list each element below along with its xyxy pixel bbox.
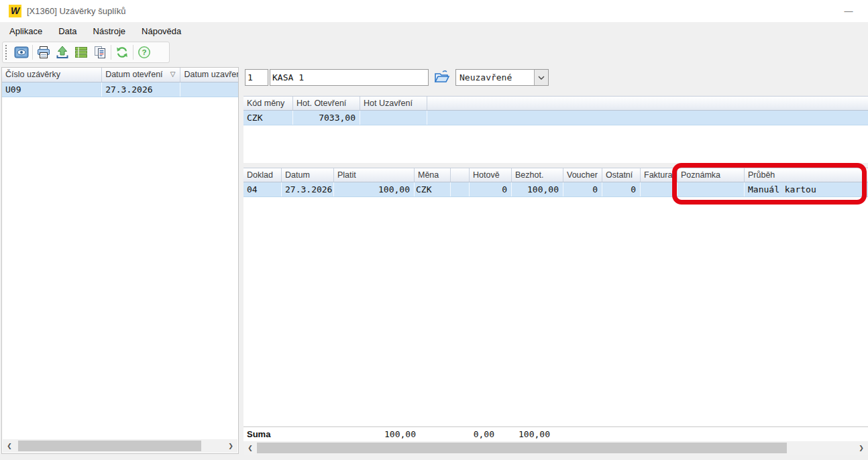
suma-label: Suma bbox=[247, 429, 270, 439]
refresh-icon bbox=[115, 46, 129, 59]
window-title: [X1360] Uzávěrky šuplíků bbox=[27, 6, 125, 16]
col-header-cislo-uzaverky[interactable]: Číslo uzávěrky bbox=[2, 68, 102, 82]
col-header-hot-otevreni[interactable]: Hot. Otevření bbox=[293, 97, 360, 110]
menu-bar: Aplikace Data Nástroje Nápověda bbox=[0, 22, 868, 40]
cell-bezhot: 100,00 bbox=[512, 182, 563, 196]
print-button[interactable] bbox=[34, 44, 53, 61]
col-header-datum-uzavreni[interactable]: Datum uzavření bbox=[180, 68, 238, 82]
svg-text:?: ? bbox=[142, 48, 146, 56]
cell-faktura bbox=[641, 182, 677, 196]
col-header-datum[interactable]: Datum bbox=[282, 168, 334, 182]
scrollbar-track[interactable] bbox=[257, 441, 855, 455]
scrollbar-thumb[interactable] bbox=[257, 443, 787, 453]
document-row-selected[interactable]: 04 27.3.2026 100,00 CZK 0 100,00 0 0 Man… bbox=[243, 182, 868, 197]
col-header-bezhot[interactable]: Bezhot. bbox=[512, 168, 563, 182]
col-header-poznamka[interactable]: Poznámka bbox=[677, 168, 745, 182]
cell-poznamka bbox=[677, 182, 745, 196]
currency-grid: Kód měny Hot. Otevření Hot Uzavření CZK … bbox=[243, 96, 868, 163]
col-header-hotove[interactable]: Hotově bbox=[470, 168, 512, 182]
scroll-right-icon[interactable]: ❯ bbox=[224, 439, 237, 453]
suma-hotove: 0,00 bbox=[445, 429, 494, 439]
cell-empty bbox=[427, 111, 868, 125]
documents-grid-header: Doklad Datum Platit Měna Hotově Bezhot. … bbox=[243, 168, 868, 182]
scrollbar-thumb[interactable] bbox=[18, 441, 201, 451]
menu-item-data[interactable]: Data bbox=[50, 22, 85, 40]
register-name-input[interactable] bbox=[270, 69, 429, 86]
toolbar-separator bbox=[111, 45, 111, 60]
col-header-prubeh[interactable]: Průběh bbox=[745, 168, 868, 182]
currency-row-selected[interactable]: CZK 7033,00 bbox=[243, 111, 868, 125]
cell-mena: CZK bbox=[415, 182, 451, 196]
col-header-voucher[interactable]: Voucher bbox=[563, 168, 602, 182]
scroll-left-icon[interactable]: ❮ bbox=[243, 441, 257, 455]
printer-icon bbox=[37, 46, 50, 59]
cell-prubeh: Manuál kartou bbox=[745, 182, 868, 196]
toolbar-separator bbox=[133, 45, 133, 60]
cell-datum: 27.3.2026 bbox=[282, 182, 334, 196]
col-header-datum-otevreni[interactable]: Datum otevření ▽ bbox=[102, 68, 180, 82]
cell-spacer bbox=[451, 182, 470, 196]
toolbar-separator bbox=[32, 45, 33, 60]
col-header-platit[interactable]: Platit bbox=[334, 168, 415, 182]
cell-hotove: 0 bbox=[470, 182, 512, 196]
export-up-arrow-icon bbox=[56, 46, 69, 59]
cell-platit: 100,00 bbox=[334, 182, 415, 196]
menu-item-aplikace[interactable]: Aplikace bbox=[1, 22, 50, 40]
menu-item-nastroje[interactable]: Nástroje bbox=[85, 22, 133, 40]
list-rows-icon bbox=[74, 46, 88, 59]
sort-indicator-icon: ▽ bbox=[170, 70, 176, 78]
col-header-kod-meny[interactable]: Kód měny bbox=[243, 97, 293, 110]
copy-button[interactable] bbox=[91, 44, 109, 61]
register-number-input[interactable] bbox=[245, 69, 268, 86]
title-bar: W [X1360] Uzávěrky šuplíků — bbox=[0, 0, 868, 22]
cell-kod-meny: CZK bbox=[243, 111, 293, 125]
scroll-left-icon[interactable]: ❮ bbox=[3, 439, 16, 453]
suma-platit: 100,00 bbox=[334, 429, 416, 439]
col-header-ostatni[interactable]: Ostatní bbox=[602, 168, 641, 182]
toolbar-drag-handle[interactable] bbox=[5, 45, 8, 60]
cell-doklad: 04 bbox=[243, 182, 282, 196]
app-logo-icon: W bbox=[9, 5, 21, 17]
right-horizontal-scrollbar[interactable]: ❮ ❯ bbox=[243, 441, 868, 455]
open-folder-icon bbox=[433, 70, 451, 84]
left-horizontal-scrollbar[interactable]: ❮ ❯ bbox=[3, 439, 237, 453]
dropdown-button[interactable] bbox=[534, 70, 548, 85]
toolbar: ? bbox=[2, 42, 170, 63]
cell-datum-otevreni: 27.3.2026 bbox=[102, 82, 180, 97]
suma-row: Suma 100,00 0,00 100,00 bbox=[243, 426, 868, 441]
col-header-mena[interactable]: Měna bbox=[415, 168, 451, 182]
cell-hot-uzavreni bbox=[360, 111, 427, 125]
preview-button[interactable] bbox=[12, 44, 31, 61]
copy-document-icon bbox=[93, 46, 107, 59]
preview-icon bbox=[14, 46, 29, 59]
open-register-button[interactable] bbox=[433, 68, 451, 86]
currency-grid-header: Kód měny Hot. Otevření Hot Uzavření bbox=[243, 96, 868, 111]
cell-datum-uzavreni bbox=[180, 82, 238, 97]
col-header-label: Datum otevření bbox=[105, 70, 162, 79]
closure-row-selected[interactable]: U09 27.3.2026 bbox=[2, 82, 238, 97]
scrollbar-track[interactable] bbox=[16, 439, 224, 453]
chevron-down-icon bbox=[538, 76, 545, 80]
col-header-faktura[interactable]: Faktura bbox=[641, 168, 677, 182]
cell-ostatni: 0 bbox=[602, 182, 641, 196]
col-header-spacer bbox=[451, 168, 470, 182]
help-icon: ? bbox=[138, 46, 151, 59]
col-header-hot-uzavreni[interactable]: Hot Uzavření bbox=[360, 97, 427, 110]
refresh-button[interactable] bbox=[113, 44, 131, 61]
cell-cislo: U09 bbox=[2, 82, 102, 97]
status-filter-dropdown[interactable]: Neuzavřené bbox=[455, 69, 549, 86]
minimize-button[interactable]: — bbox=[838, 4, 859, 19]
scroll-right-icon[interactable]: ❯ bbox=[855, 441, 868, 455]
suma-bezhot: 100,00 bbox=[512, 429, 550, 439]
menu-item-napoveda[interactable]: Nápověda bbox=[133, 22, 189, 40]
cell-voucher: 0 bbox=[563, 182, 602, 196]
cell-hot-otevreni: 7033,00 bbox=[293, 111, 360, 125]
help-button[interactable]: ? bbox=[135, 44, 154, 61]
status-filter-value: Neuzavřené bbox=[456, 70, 534, 85]
closures-grid: Číslo uzávěrky Datum otevření ▽ Datum uz… bbox=[1, 67, 239, 454]
closures-grid-header: Číslo uzávěrky Datum otevření ▽ Datum uz… bbox=[2, 68, 238, 82]
col-header-doklad[interactable]: Doklad bbox=[243, 168, 282, 182]
list-button[interactable] bbox=[72, 44, 91, 61]
export-button[interactable] bbox=[53, 44, 72, 61]
col-header-empty bbox=[427, 97, 868, 110]
